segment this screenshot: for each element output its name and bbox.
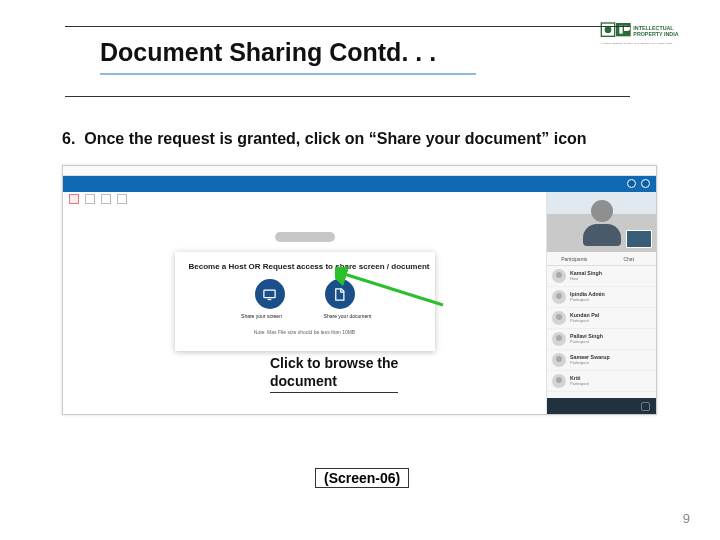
share-screen-button[interactable] [255, 279, 285, 309]
sidebar-footer [547, 398, 656, 414]
slide: INTELLECTUAL PROPERTY INDIA PATENTS | DE… [0, 0, 720, 540]
dialog-footer: Note: Max File size should be less than … [189, 329, 421, 335]
browser-chrome [63, 166, 656, 176]
hearing-number-pill [275, 232, 335, 242]
callout-inner: Click to browse thedocument [270, 355, 398, 389]
divider-bottom [65, 96, 630, 97]
step-number: 6. [62, 130, 75, 147]
header-icon-2[interactable] [627, 179, 636, 188]
presenter-video [547, 192, 656, 252]
video-thumbnail [626, 230, 652, 248]
callout-text: Click to browse thedocument [270, 355, 398, 393]
list-item[interactable]: Sameer SwarupParticipant [547, 350, 656, 371]
list-item[interactable]: Ipindia AdminParticipant [547, 287, 656, 308]
svg-rect-5 [268, 298, 272, 299]
step-text: 6. Once the request is granted, click on… [62, 130, 587, 148]
share-document-label: Share your document [318, 313, 378, 319]
page-number: 9 [683, 511, 690, 526]
share-dialog: Become a Host OR Request access to share… [175, 252, 435, 351]
tab-participants[interactable]: Participants [547, 252, 602, 265]
tool-icon[interactable] [85, 194, 95, 204]
share-document-button[interactable] [325, 279, 355, 309]
record-icon[interactable] [69, 194, 79, 204]
share-screen-label: Share your screen [232, 313, 292, 319]
toolbar-icons [69, 190, 127, 204]
footer-icon[interactable] [641, 402, 650, 411]
svg-rect-4 [264, 290, 275, 298]
list-item[interactable]: Pallavi SinghParticipant [547, 329, 656, 350]
sidebar: Participants Chat Kamal SinghHost Ipindi… [546, 192, 656, 414]
avatar-silhouette [581, 200, 623, 246]
svg-point-1 [605, 26, 612, 33]
avatar-icon [552, 290, 566, 304]
step-body: Once the request is granted, click on “S… [84, 130, 586, 147]
avatar-icon [552, 353, 566, 367]
list-item[interactable]: KritiParticipant [547, 371, 656, 392]
tool-icon[interactable] [101, 194, 111, 204]
list-item[interactable]: Kamal SinghHost [547, 266, 656, 287]
app-header [63, 176, 656, 192]
logo-line2: PROPERTY INDIA [633, 31, 678, 37]
dialog-title: Become a Host OR Request access to share… [189, 262, 421, 271]
logo-sub: PATENTS | DESIGNS | TRADE MARKS | GEOGRA… [601, 42, 672, 45]
divider-top [65, 26, 630, 27]
avatar-icon [552, 332, 566, 346]
avatar-icon [552, 374, 566, 388]
slide-title: Document Sharing Contd. . . [100, 38, 476, 75]
tool-icon[interactable] [117, 194, 127, 204]
header-icon-1[interactable] [641, 179, 650, 188]
avatar-icon [552, 269, 566, 283]
participant-list: Kamal SinghHost Ipindia AdminParticipant… [547, 266, 656, 398]
avatar-icon [552, 311, 566, 325]
logo-line1: INTELLECTUAL [633, 25, 674, 31]
list-item[interactable]: Kundan PalParticipant [547, 308, 656, 329]
screen-label: (Screen-06) [315, 468, 409, 488]
tab-chat[interactable]: Chat [602, 252, 657, 265]
sidebar-tabs: Participants Chat [547, 252, 656, 266]
